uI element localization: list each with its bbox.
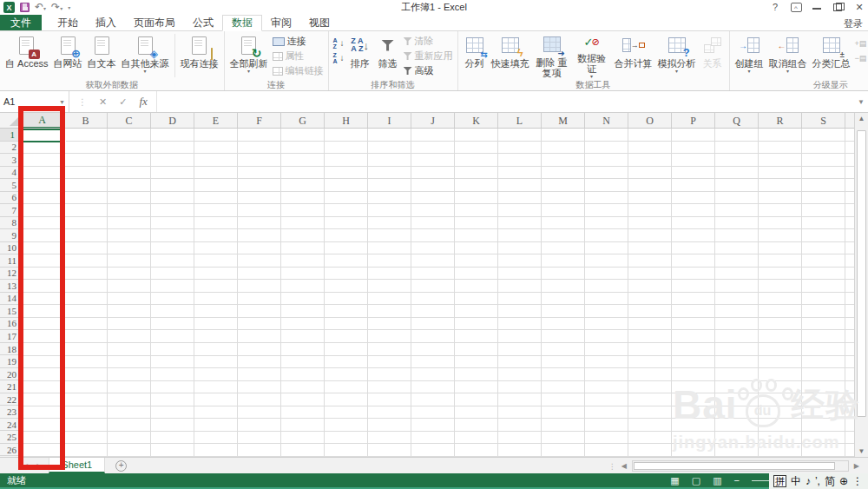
clear-filter-button[interactable]: 清除: [402, 34, 455, 49]
filter-button[interactable]: 筛选: [374, 32, 402, 79]
column-header-P[interactable]: P: [672, 113, 715, 129]
remove-duplicates-button[interactable]: ➜ 删除 重复项: [532, 32, 572, 79]
row-header-3[interactable]: 3: [0, 154, 20, 167]
row-header-10[interactable]: 10: [0, 242, 20, 255]
help-icon[interactable]: ?: [770, 1, 780, 13]
what-if-analysis-button[interactable]: ? 模拟分析 ▾: [655, 32, 699, 79]
connections-button[interactable]: 连接: [271, 34, 326, 49]
properties-button[interactable]: 属性: [271, 49, 326, 63]
tab-file[interactable]: 文件: [0, 15, 42, 30]
tab-home[interactable]: 开始: [49, 15, 87, 30]
tab-review[interactable]: 审阅: [262, 15, 300, 30]
sort-descending-button[interactable]: ZA↓: [332, 50, 346, 65]
row-header-24[interactable]: 24: [0, 419, 20, 432]
tab-data[interactable]: 数据: [222, 15, 262, 31]
row-header-12[interactable]: 12: [0, 268, 20, 281]
tab-page-layout[interactable]: 页面布局: [125, 15, 184, 30]
column-header-S[interactable]: S: [802, 113, 845, 129]
ime-more-icon[interactable]: ⋮: [852, 475, 863, 487]
row-header-25[interactable]: 25: [0, 431, 20, 444]
ribbon-display-options-icon[interactable]: [791, 3, 802, 12]
ime-menu-icon[interactable]: ⊕: [839, 475, 848, 487]
enter-icon[interactable]: ✓: [119, 96, 127, 108]
existing-connections-button[interactable]: 现有连接: [178, 32, 221, 79]
edit-links-button[interactable]: 编辑链接: [271, 63, 326, 78]
reapply-button[interactable]: 重新应用: [402, 49, 455, 63]
column-header-D[interactable]: D: [151, 113, 194, 129]
insert-function-icon[interactable]: fx: [139, 95, 147, 109]
horizontal-scroll-thumb[interactable]: [634, 462, 835, 470]
formula-input[interactable]: [156, 91, 854, 112]
column-header-O[interactable]: O: [628, 113, 672, 129]
row-header-7[interactable]: 7: [0, 204, 20, 217]
scroll-down-icon[interactable]: ▼: [857, 447, 866, 455]
group-button[interactable]: → 创建组 ▾: [733, 32, 766, 79]
row-header-21[interactable]: 21: [0, 380, 20, 393]
minimize-icon[interactable]: [812, 3, 823, 11]
row-header-5[interactable]: 5: [0, 179, 20, 192]
row-header-14[interactable]: 14: [0, 293, 20, 306]
hide-detail-button[interactable]: −▤隐藏明细数据: [853, 50, 868, 65]
column-header-K[interactable]: K: [455, 113, 498, 129]
restore-icon[interactable]: [833, 3, 844, 11]
row-header-13[interactable]: 13: [0, 280, 20, 293]
from-text-button[interactable]: 自文本: [85, 32, 119, 79]
cell-grid[interactable]: [21, 129, 854, 457]
data-validation-button[interactable]: ✓⊘ 数据验 证 ▾: [572, 32, 612, 79]
subtotal-button[interactable]: ± 分类汇总: [810, 32, 853, 79]
vertical-scroll-thumb[interactable]: [857, 130, 866, 417]
normal-view-icon[interactable]: ▦: [670, 475, 679, 486]
from-access-button[interactable]: A 自 Access: [3, 32, 51, 79]
column-header-I[interactable]: I: [368, 113, 411, 129]
ungroup-button[interactable]: ← 取消组合 ▾: [766, 32, 810, 79]
row-header-23[interactable]: 23: [0, 406, 20, 419]
tab-view[interactable]: 视图: [300, 15, 339, 30]
row-header-16[interactable]: 16: [0, 318, 20, 331]
row-header-22[interactable]: 22: [0, 393, 20, 406]
row-header-1[interactable]: 1: [0, 129, 20, 142]
sign-in-link[interactable]: 登录: [844, 17, 863, 30]
advanced-filter-button[interactable]: 高级: [402, 63, 455, 78]
from-other-sources-button[interactable]: ◈ 自其他来源 ▾: [119, 32, 172, 79]
column-header-J[interactable]: J: [411, 113, 455, 129]
ime-chinese-mode-icon[interactable]: 中: [791, 475, 801, 487]
add-sheet-icon[interactable]: +: [115, 460, 127, 472]
ime-pinyin-icon[interactable]: 拼: [773, 475, 786, 487]
hscroll-left-icon[interactable]: ◀: [621, 462, 627, 470]
ime-punctuation-icon[interactable]: ’,: [815, 475, 820, 487]
page-break-view-icon[interactable]: ▥: [713, 475, 721, 486]
tab-insert[interactable]: 插入: [87, 15, 125, 30]
row-header-8[interactable]: 8: [0, 217, 20, 230]
tab-formulas[interactable]: 公式: [184, 15, 222, 30]
horizontal-scrollbar[interactable]: [632, 460, 849, 472]
column-header-G[interactable]: G: [281, 113, 325, 129]
row-header-11[interactable]: 11: [0, 254, 20, 268]
hscroll-right-icon[interactable]: ▶: [854, 462, 859, 470]
column-header-F[interactable]: F: [238, 113, 281, 129]
cancel-icon[interactable]: ✕: [99, 96, 107, 108]
row-header-26[interactable]: 26: [0, 444, 20, 457]
column-header-L[interactable]: L: [498, 113, 542, 129]
column-header-C[interactable]: C: [108, 113, 151, 129]
vertical-scrollbar[interactable]: ▲ ▼: [854, 113, 868, 457]
row-header-9[interactable]: 9: [0, 229, 20, 242]
sort-button[interactable]: Z AA Z↓ 排序: [346, 32, 374, 79]
scroll-up-icon[interactable]: ▲: [857, 115, 866, 122]
column-header-E[interactable]: E: [194, 113, 238, 129]
row-header-20[interactable]: 20: [0, 368, 20, 381]
zoom-out-icon[interactable]: −: [734, 475, 740, 486]
column-header-Q[interactable]: Q: [715, 113, 759, 129]
row-header-4[interactable]: 4: [0, 167, 20, 180]
flash-fill-button[interactable]: ϟ 快速填充: [489, 32, 532, 79]
ime-simplified-icon[interactable]: 简: [825, 475, 835, 487]
name-box-dropdown-icon[interactable]: ▼: [59, 99, 65, 105]
column-header-H[interactable]: H: [325, 113, 368, 129]
row-header-6[interactable]: 6: [0, 192, 20, 205]
show-detail-button[interactable]: +▤显示明细数据: [853, 36, 868, 50]
sort-ascending-button[interactable]: AZ↓: [332, 36, 346, 50]
tab-strip-grip[interactable]: ⋮: [608, 462, 616, 471]
from-web-button[interactable]: ⊕ 自网站: [51, 32, 85, 79]
row-header-19[interactable]: 19: [0, 355, 20, 368]
column-header-R[interactable]: R: [759, 113, 802, 129]
column-header-B[interactable]: B: [64, 113, 108, 129]
